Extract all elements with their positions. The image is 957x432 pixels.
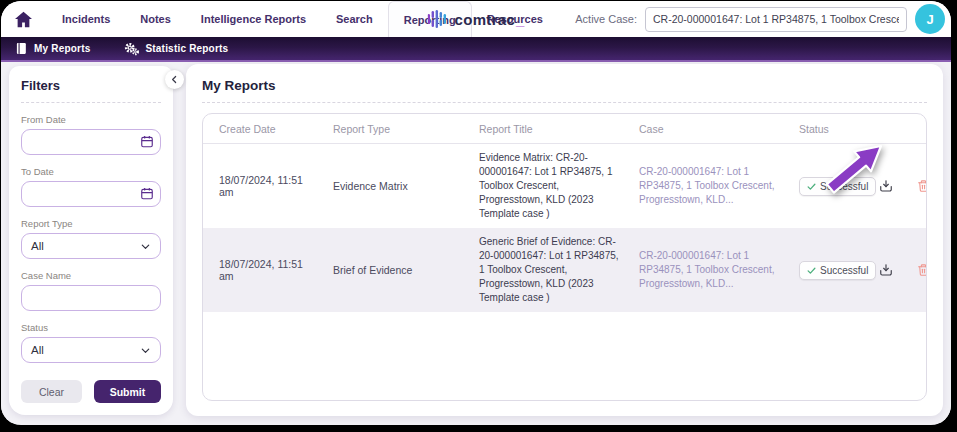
cell-download [863, 261, 901, 279]
chevron-down-icon [140, 241, 151, 252]
chevron-left-icon [170, 75, 179, 84]
cell-download [863, 177, 901, 195]
status-value: All [31, 344, 44, 356]
active-case-label: Active Case: [575, 13, 637, 25]
trash-icon[interactable] [915, 261, 927, 279]
cell-create-date: 18/07/2024, 11:51 am [203, 258, 319, 282]
header-case: Case [625, 123, 785, 135]
cell-report-title: Evidence Matrix: CR-20-000001647: Lot 1 … [465, 151, 625, 221]
cell-status: Successful [785, 177, 863, 196]
collapse-filters-button[interactable] [165, 70, 184, 89]
nav-item-search[interactable]: Search [321, 1, 388, 37]
user-avatar[interactable]: J [915, 4, 945, 34]
divider [202, 102, 927, 103]
my-reports-panel: My Reports Create Date Report Type Repor… [186, 64, 943, 416]
active-case-input[interactable] [645, 7, 907, 32]
status-badge-label: Successful [820, 181, 868, 192]
report-type-value: All [31, 240, 44, 252]
header-report-title: Report Title [465, 123, 625, 135]
gears-icon [124, 42, 139, 56]
nav-item-incidents[interactable]: Incidents [47, 1, 125, 37]
cell-status: Successful [785, 261, 863, 280]
check-icon [807, 266, 816, 275]
header-create-date: Create Date [203, 123, 319, 135]
header-status: Status [785, 123, 863, 135]
logo-underscore: _ [516, 11, 524, 28]
reports-table: Create Date Report Type Report Title Cas… [202, 113, 927, 401]
status-badge-label: Successful [820, 265, 868, 276]
to-date-label: To Date [21, 166, 161, 177]
cell-report-type: Evidence Matrix [319, 180, 465, 192]
cell-delete [901, 177, 927, 195]
from-date-label: From Date [21, 114, 161, 125]
filters-title: Filters [21, 78, 161, 93]
logo-bars-icon [428, 9, 450, 29]
calendar-icon[interactable] [140, 134, 154, 149]
trash-icon[interactable] [915, 177, 927, 195]
cell-report-type: Brief of Evidence [319, 264, 465, 276]
subnav-item-statistic-reports[interactable]: Statistic Reports [124, 42, 228, 56]
chevron-down-icon [140, 345, 151, 356]
logo-text: comtrac [455, 11, 515, 28]
book-icon [15, 42, 28, 55]
case-name-label: Case Name [21, 270, 161, 281]
cell-case-link[interactable]: CR-20-000001647: Lot 1 RP34875, 1 Toolbo… [625, 249, 785, 291]
table-row: 18/07/2024, 11:51 am Evidence Matrix Evi… [203, 144, 926, 228]
status-label: Status [21, 322, 161, 333]
active-case-group: Active Case: J [575, 1, 945, 37]
table-header-row: Create Date Report Type Report Title Cas… [203, 114, 926, 144]
download-icon[interactable] [877, 261, 895, 279]
top-navbar: Incidents Notes Intelligence Reports Sea… [1, 1, 951, 37]
check-icon [807, 182, 816, 191]
report-type-label: Report Type [21, 218, 161, 229]
status-select[interactable]: All [21, 337, 161, 363]
divider [21, 102, 161, 103]
reporting-subnav: My Reports Statistic Reports [1, 37, 951, 62]
page-title: My Reports [202, 78, 927, 93]
cell-report-title: Generic Brief of Evidence: CR-20-0000016… [465, 235, 625, 305]
header-report-type: Report Type [319, 123, 465, 135]
cell-create-date: 18/07/2024, 11:51 am [203, 174, 319, 198]
submit-button[interactable]: Submit [94, 380, 161, 403]
calendar-icon[interactable] [140, 186, 154, 201]
download-icon[interactable] [877, 177, 895, 195]
page-content: Filters From Date To Date Report Type Al… [1, 62, 951, 423]
nav-item-intelligence-reports[interactable]: Intelligence Reports [186, 1, 321, 37]
cell-case-link[interactable]: CR-20-000001647: Lot 1 RP34875, 1 Toolbo… [625, 165, 785, 207]
comtrac-logo: comtrac_ [428, 1, 525, 37]
cell-delete [901, 261, 927, 279]
app-window: Incidents Notes Intelligence Reports Sea… [1, 1, 951, 425]
report-type-select[interactable]: All [21, 233, 161, 259]
subnav-item-my-reports[interactable]: My Reports [15, 42, 90, 55]
subnav-item-label: My Reports [34, 43, 90, 54]
subnav-item-label: Statistic Reports [145, 43, 228, 54]
case-name-input[interactable] [21, 285, 161, 311]
nav-item-notes[interactable]: Notes [125, 1, 186, 37]
home-icon[interactable] [14, 11, 33, 28]
table-row: 18/07/2024, 11:51 am Brief of Evidence G… [203, 228, 926, 312]
filters-panel: Filters From Date To Date Report Type Al… [9, 66, 173, 415]
clear-button[interactable]: Clear [21, 380, 82, 403]
